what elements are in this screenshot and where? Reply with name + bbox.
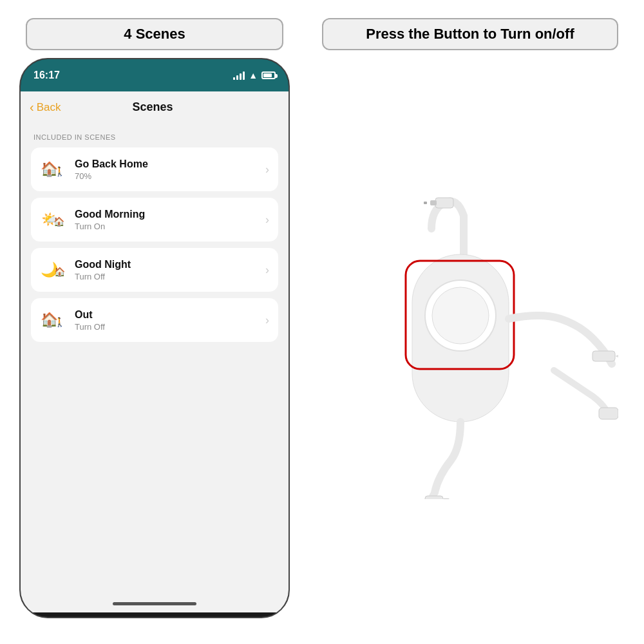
scene-left: 🏠🚶OutTurn Off — [40, 307, 105, 333]
button-label: Press the Button to Turn on/off — [322, 18, 618, 50]
scene-card[interactable]: 🏠🚶OutTurn Off› — [31, 298, 278, 342]
scene-left: 🌙🏠Good NightTurn Off — [40, 257, 131, 283]
scene-text: Good MorningTurn On — [75, 209, 145, 231]
scene-card[interactable]: 🏠🚶Go Back Home70%› — [31, 147, 278, 191]
status-time: 16:17 — [33, 70, 60, 81]
svg-rect-8 — [425, 496, 443, 499]
signal-icon — [233, 71, 245, 80]
scenes-label: 4 Scenes — [26, 18, 283, 50]
scene-text: OutTurn Off — [75, 309, 105, 332]
battery-icon — [261, 71, 276, 79]
status-bar: 16:17 ▲ — [21, 59, 289, 91]
scene-card[interactable]: 🌙🏠Good NightTurn Off› — [31, 248, 278, 292]
device-svg — [322, 177, 618, 499]
scene-sub: Turn On — [75, 222, 145, 231]
chevron-right-icon: › — [265, 263, 269, 277]
section-label: INCLUDED IN SCENES — [31, 133, 278, 141]
scene-name: Good Night — [75, 259, 131, 270]
scene-text: Good NightTurn Off — [75, 259, 131, 281]
scene-card[interactable]: 🌤️🏠Good MorningTurn On› — [31, 198, 278, 242]
svg-rect-13 — [424, 202, 427, 204]
back-chevron-icon: ‹ — [30, 100, 34, 115]
scene-sub: Turn Off — [75, 322, 105, 332]
scene-list: 🏠🚶Go Back Home70%›🌤️🏠Good MorningTurn On… — [31, 147, 278, 342]
scene-name: Out — [75, 309, 105, 321]
svg-rect-5 — [599, 408, 618, 419]
back-label: Back — [37, 101, 61, 114]
svg-point-3 — [432, 287, 489, 344]
scene-sub: Turn Off — [75, 272, 131, 281]
scene-icon: 🌙🏠 — [40, 257, 66, 283]
svg-rect-12 — [430, 200, 437, 205]
back-button[interactable]: ‹ Back — [30, 100, 61, 115]
scene-name: Good Morning — [75, 209, 145, 220]
svg-rect-9 — [443, 498, 450, 499]
home-indicator — [113, 602, 196, 605]
wifi-icon: ▲ — [249, 70, 258, 80]
scene-name: Go Back Home — [75, 158, 148, 170]
status-icons: ▲ — [233, 70, 276, 80]
device-area — [309, 58, 631, 618]
scene-left: 🏠🚶Go Back Home70% — [40, 156, 148, 182]
scene-icon: 🏠🚶 — [40, 307, 66, 333]
chevron-right-icon: › — [265, 163, 269, 176]
phone-header: ‹ Back Scenes — [21, 91, 289, 123]
scene-icon: 🌤️🏠 — [40, 207, 66, 232]
scene-sub: 70% — [75, 171, 148, 181]
chevron-right-icon: › — [265, 213, 269, 227]
scene-icon: 🏠🚶 — [40, 156, 66, 182]
header-title: Scenes — [132, 100, 173, 114]
scene-text: Go Back Home70% — [75, 158, 148, 181]
chevron-right-icon: › — [265, 314, 269, 327]
svg-rect-11 — [435, 198, 453, 208]
phone-mockup: 16:17 ▲ ‹ Back Scenes INCLUDED IN SCENES… — [19, 58, 290, 618]
svg-rect-4 — [592, 351, 615, 361]
scene-left: 🌤️🏠Good MorningTurn On — [40, 207, 145, 232]
phone-content: INCLUDED IN SCENES 🏠🚶Go Back Home70%›🌤️🏠… — [21, 123, 289, 612]
